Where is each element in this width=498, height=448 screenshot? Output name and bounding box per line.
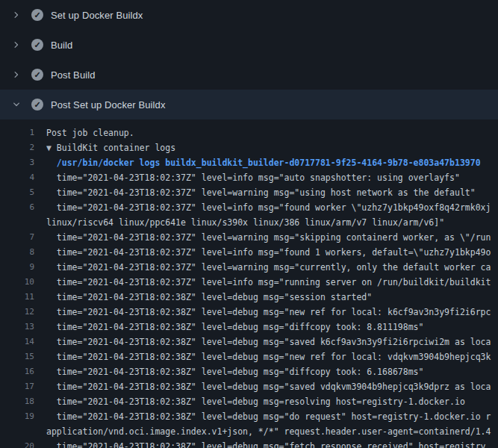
line-number[interactable]: 7 <box>0 230 34 245</box>
log-text: application/vnd.oci.image.index.v1+json,… <box>46 424 498 439</box>
log-row: 3 /usr/bin/docker logs buildx_buildkit_b… <box>0 155 498 170</box>
line-number[interactable]: 5 <box>0 185 34 200</box>
log-row: 10 time="2021-04-23T18:02:37Z" level=inf… <box>0 275 498 290</box>
line-number[interactable]: 18 <box>0 394 34 409</box>
sections: ✓Set up Docker Buildx✓Build✓Post Build✓P… <box>0 0 498 119</box>
log-text: time="2021-04-23T18:02:37Z" level=info m… <box>46 200 498 215</box>
log-text: linux/riscv64 linux/ppc641e linux/s390x … <box>46 215 498 230</box>
chevron-right-icon <box>12 10 31 19</box>
log-row: 18 time="2021-04-23T18:02:38Z" level=deb… <box>0 394 498 409</box>
line-number <box>0 215 34 230</box>
log-text: time="2021-04-23T18:02:38Z" level=debug … <box>46 290 498 305</box>
check-circle-icon: ✓ <box>31 9 43 21</box>
chevron-right-icon <box>12 70 31 79</box>
log-row: application/vnd.oci.image.index.v1+json,… <box>0 424 498 439</box>
log-row: 7 time="2021-04-23T18:02:37Z" level=warn… <box>0 230 498 245</box>
log-text: time="2021-04-23T18:02:38Z" level=debug … <box>46 439 498 448</box>
log-text: time="2021-04-23T18:02:37Z" level=warnin… <box>46 230 498 245</box>
line-number[interactable]: 16 <box>0 364 34 379</box>
log-row: 14 time="2021-04-23T18:02:38Z" level=deb… <box>0 335 498 349</box>
log-row: 4 time="2021-04-23T18:02:37Z" level=info… <box>0 170 498 185</box>
line-number[interactable]: 20 <box>0 439 34 448</box>
log-text: time="2021-04-23T18:02:37Z" level=warnin… <box>46 260 498 275</box>
section-title: Build <box>51 40 72 51</box>
log-row: 1Post job cleanup. <box>0 125 498 140</box>
log-text: time="2021-04-23T18:02:38Z" level=debug … <box>46 349 498 364</box>
log-row: 15 time="2021-04-23T18:02:38Z" level=deb… <box>0 349 498 364</box>
log-row: 12 time="2021-04-23T18:02:38Z" level=deb… <box>0 305 498 320</box>
log-row: 17 time="2021-04-23T18:02:38Z" level=deb… <box>0 379 498 394</box>
log-text: time="2021-04-23T18:02:38Z" level=debug … <box>46 335 498 349</box>
log-row: 11 time="2021-04-23T18:02:38Z" level=deb… <box>0 290 498 305</box>
log-row: 19 time="2021-04-23T18:02:38Z" level=deb… <box>0 409 498 424</box>
line-number[interactable]: 9 <box>0 260 34 275</box>
log-row: 13 time="2021-04-23T18:02:38Z" level=deb… <box>0 320 498 335</box>
line-number <box>0 424 34 439</box>
line-number[interactable]: 14 <box>0 335 34 349</box>
chevron-down-icon <box>12 100 31 109</box>
log-row: 9 time="2021-04-23T18:02:37Z" level=warn… <box>0 260 498 275</box>
log-text: time="2021-04-23T18:02:38Z" level=debug … <box>46 320 498 335</box>
log-text: time="2021-04-23T18:02:38Z" level=debug … <box>46 364 498 379</box>
line-number[interactable]: 4 <box>0 170 34 185</box>
line-number[interactable]: 12 <box>0 305 34 320</box>
log-text: time="2021-04-23T18:02:37Z" level=info m… <box>46 275 498 290</box>
line-number[interactable]: 3 <box>0 155 34 170</box>
check-circle-icon: ✓ <box>31 69 43 81</box>
log-row: 8 time="2021-04-23T18:02:37Z" level=info… <box>0 245 498 260</box>
section-header-post-build[interactable]: ✓Post Build <box>0 60 498 90</box>
line-number[interactable]: 6 <box>0 200 34 215</box>
log-row: linux/riscv64 linux/ppc641e linux/s390x … <box>0 215 498 230</box>
check-circle-icon: ✓ <box>31 99 43 111</box>
line-number[interactable]: 10 <box>0 275 34 290</box>
section-header-set-up-docker-buildx[interactable]: ✓Set up Docker Buildx <box>0 0 498 30</box>
line-number[interactable]: 19 <box>0 409 34 424</box>
line-number[interactable]: 11 <box>0 290 34 305</box>
log-row: 5 time="2021-04-23T18:02:37Z" level=warn… <box>0 185 498 200</box>
command-text: /usr/bin/docker logs buildx_buildkit_bui… <box>46 155 498 170</box>
log-row: 20 time="2021-04-23T18:02:38Z" level=deb… <box>0 439 498 448</box>
section-header-build[interactable]: ✓Build <box>0 30 498 60</box>
log-text: time="2021-04-23T18:02:38Z" level=debug … <box>46 305 498 320</box>
log-body: 1Post job cleanup.2▼ BuildKit container … <box>0 119 498 448</box>
log-row: 16 time="2021-04-23T18:02:38Z" level=deb… <box>0 364 498 379</box>
chevron-right-icon <box>12 40 31 49</box>
log-text: ▼ BuildKit container logs <box>46 140 498 155</box>
line-number[interactable]: 1 <box>0 125 34 140</box>
log-text: time="2021-04-23T18:02:38Z" level=debug … <box>46 379 498 394</box>
line-number[interactable]: 13 <box>0 320 34 335</box>
log-row: 2▼ BuildKit container logs <box>0 140 498 155</box>
log-text: time="2021-04-23T18:02:37Z" level=info m… <box>46 245 498 260</box>
section-title: Post Set up Docker Buildx <box>51 99 166 111</box>
section-title: Post Build <box>51 69 96 81</box>
line-number[interactable]: 8 <box>0 245 34 260</box>
log-text: time="2021-04-23T18:02:37Z" level=warnin… <box>46 185 498 200</box>
log-text: time="2021-04-23T18:02:37Z" level=info m… <box>46 170 498 185</box>
log-text: time="2021-04-23T18:02:38Z" level=debug … <box>46 394 498 409</box>
group-toggle-icon[interactable]: ▼ <box>46 143 57 153</box>
section-title: Set up Docker Buildx <box>51 10 143 21</box>
line-number[interactable]: 17 <box>0 379 34 394</box>
log-viewer: ✓Set up Docker Buildx✓Build✓Post Build✓P… <box>0 0 498 448</box>
log-row: 6 time="2021-04-23T18:02:37Z" level=info… <box>0 200 498 215</box>
log-text: time="2021-04-23T18:02:38Z" level=debug … <box>46 409 498 424</box>
line-number[interactable]: 2 <box>0 140 34 155</box>
section-header-post-set-up-docker-buildx[interactable]: ✓Post Set up Docker Buildx <box>0 90 498 119</box>
line-number[interactable]: 15 <box>0 349 34 364</box>
check-circle-icon: ✓ <box>31 39 43 51</box>
log-text: Post job cleanup. <box>46 125 498 140</box>
